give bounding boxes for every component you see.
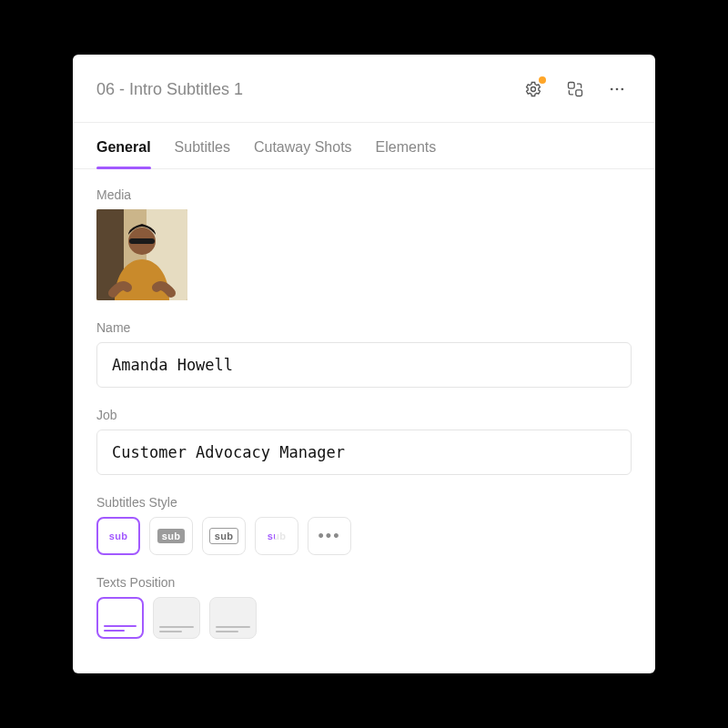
position-line-icon xyxy=(159,631,182,632)
job-field: Job xyxy=(96,408,632,475)
name-field: Name xyxy=(96,320,632,388)
texts-position-label: Texts Position xyxy=(96,575,632,590)
person-thumbnail-icon xyxy=(96,209,187,300)
more-horizontal-icon: ••• xyxy=(318,527,341,546)
settings-button[interactable] xyxy=(519,75,548,104)
svg-point-3 xyxy=(611,88,613,91)
name-input[interactable] xyxy=(96,342,632,388)
panel-header: 06 - Intro Subtitles 1 xyxy=(73,55,655,123)
tab-general[interactable]: General xyxy=(96,139,151,168)
job-label: Job xyxy=(96,408,632,422)
sub-glyph-icon: sub xyxy=(209,528,238,544)
more-horizontal-icon xyxy=(608,80,626,98)
subtitle-style-options: sub sub sub sub ••• xyxy=(96,517,632,555)
sub-glyph-icon: sub xyxy=(157,529,185,543)
text-position-option-1[interactable] xyxy=(96,597,144,639)
text-position-option-3[interactable] xyxy=(209,597,257,639)
tab-subtitles[interactable]: Subtitles xyxy=(175,139,230,168)
panel-body: Media Name Job Subtitles Style xyxy=(73,169,655,673)
subtitle-style-label: Subtitles Style xyxy=(96,495,632,510)
position-line-icon xyxy=(104,630,125,632)
subtitle-style-option-2[interactable]: sub xyxy=(149,517,193,555)
text-position-option-2[interactable] xyxy=(153,597,200,639)
text-position-options xyxy=(96,597,632,639)
position-line-icon xyxy=(104,625,136,627)
svg-point-4 xyxy=(616,88,619,91)
subtitle-style-more[interactable]: ••• xyxy=(308,517,351,555)
svg-point-0 xyxy=(531,87,536,92)
subtitle-style-option-3[interactable]: sub xyxy=(202,517,246,555)
tab-cutaway[interactable]: Cutaway Shots xyxy=(254,139,352,168)
tabs-row: General Subtitles Cutaway Shots Elements xyxy=(73,123,655,169)
subtitle-style-option-4[interactable]: sub xyxy=(255,517,298,555)
properties-panel: 06 - Intro Subtitles 1 xyxy=(73,55,655,673)
replace-button[interactable] xyxy=(561,75,590,104)
position-line-icon xyxy=(216,631,238,632)
notification-badge xyxy=(539,76,546,84)
media-label: Media xyxy=(96,187,632,202)
svg-rect-10 xyxy=(129,238,155,244)
more-button[interactable] xyxy=(602,75,632,104)
header-actions xyxy=(519,75,632,104)
sub-glyph-icon: sub xyxy=(105,529,132,543)
subtitle-style-option-1[interactable]: sub xyxy=(96,517,140,555)
texts-position-field: Texts Position xyxy=(96,575,632,639)
name-label: Name xyxy=(96,320,632,335)
subtitle-style-field: Subtitles Style sub sub sub sub ••• xyxy=(96,495,632,555)
media-thumbnail[interactable] xyxy=(96,209,187,300)
svg-point-5 xyxy=(622,88,624,91)
panel-title: 06 - Intro Subtitles 1 xyxy=(96,80,519,99)
tab-elements[interactable]: Elements xyxy=(376,139,437,168)
job-input[interactable] xyxy=(96,430,632,475)
svg-rect-1 xyxy=(569,83,575,89)
sub-glyph-icon: sub xyxy=(263,529,290,543)
replace-icon xyxy=(566,80,584,98)
position-line-icon xyxy=(159,626,194,628)
svg-rect-2 xyxy=(576,90,582,96)
position-line-icon xyxy=(216,626,250,628)
